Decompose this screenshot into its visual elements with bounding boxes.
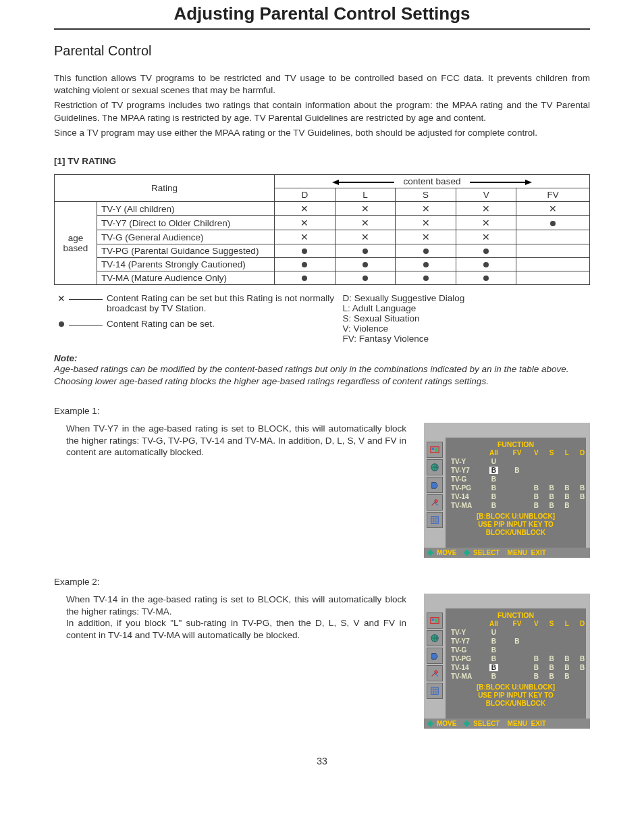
osd-row: TV-Y7BB	[450, 637, 590, 646]
grid-icon	[427, 512, 443, 528]
osd-cell: B	[482, 484, 506, 492]
osd-cell	[559, 637, 574, 646]
page-title: Adjusting Parental Control Settings	[54, 3, 590, 24]
osd-row-label: TV-Y	[450, 457, 482, 466]
rating-cell: ✕	[456, 230, 516, 244]
osd-row: TV-YU	[450, 628, 590, 637]
table-row: TV-G (General Audience)✕✕✕✕	[55, 230, 590, 244]
column-header: D	[275, 188, 336, 202]
osd-cell	[574, 672, 590, 681]
osd-cell: B	[482, 654, 506, 663]
rating-cell: ✕	[275, 230, 336, 244]
page-number: 33	[54, 756, 590, 766]
osd-cell	[529, 637, 544, 646]
osd-cell: B	[482, 492, 506, 501]
svg-rect-2	[435, 448, 437, 452]
legend-code: D: Sexually Suggestive Dialog	[343, 293, 590, 303]
osd-cell: B	[482, 663, 506, 672]
osd-cell	[506, 475, 529, 484]
osd-cell	[529, 628, 544, 637]
example-label: Example 2:	[54, 577, 590, 587]
osd-row: TV-YU	[450, 457, 590, 466]
rating-cell	[456, 258, 516, 271]
rating-cell	[396, 244, 456, 258]
osd-cell	[529, 457, 544, 466]
picture-icon	[427, 442, 443, 458]
osd-cell	[506, 654, 529, 663]
rating-cell: ✕	[275, 216, 336, 230]
osd-cell	[506, 628, 529, 637]
table-row: TV-PG (Parental Guidance Suggested)	[55, 244, 590, 258]
osd-cell: B	[482, 475, 506, 484]
rating-cell: ✕	[396, 202, 456, 216]
arrow-right-icon	[470, 182, 531, 183]
osd-cell	[559, 646, 574, 654]
osd-cell: B	[506, 466, 529, 475]
table-row: TV-Y7 (Direct to Older Children)✕✕✕✕	[55, 216, 590, 230]
osd-column-header: V	[529, 619, 544, 628]
osd-screenshot: FUNCTIONAllFVVSLDTV-YUTV-Y7BBTV-GBTV-PGB…	[424, 594, 590, 729]
osd-column-header: All	[482, 619, 506, 628]
svg-rect-6	[432, 619, 435, 621]
legend-text: Content Rating can be set.	[107, 319, 343, 329]
osd-cell: B	[482, 672, 506, 681]
rating-cell	[396, 271, 456, 285]
osd-cell	[506, 457, 529, 466]
osd-cell	[544, 457, 560, 466]
column-header: S	[396, 188, 456, 202]
legend-text: Content Rating can be set but this Ratin…	[107, 293, 343, 313]
intro-paragraph: Restriction of TV programs includes two …	[54, 99, 590, 124]
osd-cell: B	[482, 466, 506, 475]
osd-row-label: TV-PG	[450, 484, 482, 492]
table-row: age basedTV-Y (All children)✕✕✕✕✕	[55, 202, 590, 216]
x-mark-icon: ✕	[54, 293, 69, 304]
osd-cell: B	[544, 654, 560, 663]
osd-title: FUNCTION	[446, 438, 586, 448]
osd-cell	[574, 466, 590, 475]
rating-cell	[335, 258, 396, 271]
osd-cell: B	[544, 501, 560, 510]
osd-column-header: V	[529, 448, 544, 457]
example-text: When TV-14 in the age-based rating is se…	[54, 594, 424, 729]
example-label: Example 1:	[54, 406, 590, 416]
svg-rect-1	[432, 448, 435, 450]
osd-row: TV-GB	[450, 646, 590, 654]
osd-cell	[529, 646, 544, 654]
legend-code: S: Sexual Situation	[343, 313, 590, 323]
osd-cell: B	[574, 492, 590, 501]
osd-column-header: D	[574, 619, 590, 628]
rating-cell: ✕	[456, 216, 516, 230]
osd-row-label: TV-PG	[450, 654, 482, 663]
osd-cell	[574, 637, 590, 646]
table-row: TV-14 (Parents Strongly Cautioned)	[55, 258, 590, 271]
example-text: When TV-Y7 in the age-based rating is se…	[54, 423, 424, 558]
osd-cell	[544, 466, 560, 475]
rating-label: TV-G (General Audience)	[97, 230, 275, 244]
intro-paragraph: Since a TV program may use either the MP…	[54, 127, 590, 139]
rating-cell	[456, 271, 516, 285]
svg-rect-4	[431, 517, 439, 524]
legend-line-icon	[69, 325, 103, 325]
osd-cell: B	[482, 646, 506, 654]
rating-label: TV-PG (Parental Guidance Suggested)	[97, 244, 275, 258]
osd-column-header: FV	[506, 448, 529, 457]
osd-row: TV-PGBBBBB	[450, 654, 590, 663]
osd-row: TV-14BBBBB	[450, 492, 590, 501]
osd-cell: U	[482, 628, 506, 637]
osd-row: TV-14BBBBB	[450, 663, 590, 672]
osd-row: TV-MABBBB	[450, 672, 590, 681]
osd-cell	[506, 672, 529, 681]
osd-row-label: TV-MA	[450, 501, 482, 510]
osd-cell	[559, 475, 574, 484]
osd-cell: B	[529, 663, 544, 672]
osd-cell	[506, 501, 529, 510]
osd-cell: B	[559, 663, 574, 672]
person-icon	[427, 648, 443, 664]
osd-cell: B	[544, 484, 560, 492]
rating-header: Rating	[55, 175, 275, 202]
rating-cell	[275, 244, 336, 258]
note-body: Age-based ratings can be modified by the…	[54, 363, 590, 375]
osd-cell: B	[529, 672, 544, 681]
osd-message: [B:BLOCK U:UNBLOCK]USE PIP INPUT KEY TOB…	[446, 513, 586, 537]
content-based-header: content based	[275, 175, 590, 188]
